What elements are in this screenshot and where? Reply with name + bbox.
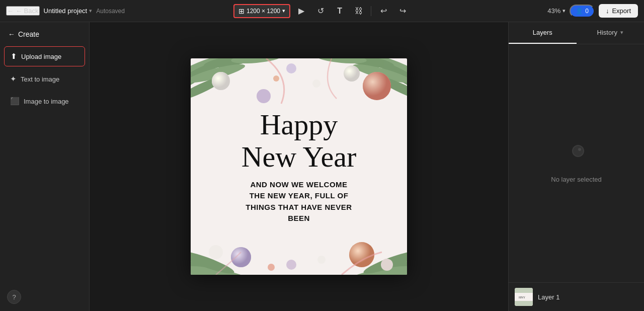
rotate-icon: ↺	[317, 6, 324, 16]
svg-rect-41	[515, 288, 533, 293]
zoom-level: 43%	[547, 7, 560, 15]
text-tool-button[interactable]: T	[332, 3, 348, 19]
link-tool-button[interactable]: ⛓	[351, 3, 367, 19]
history-tab-label: History	[597, 29, 617, 36]
no-layer-icon	[564, 144, 588, 171]
undo-icon: ↩	[380, 6, 387, 16]
right-sidebar: Layers History ▾ No layer selected	[508, 22, 644, 311]
svg-point-20	[312, 80, 320, 88]
sidebar-item-image-to-image[interactable]: ⬛ Image to image	[4, 92, 85, 111]
select-icon: ▶	[298, 6, 304, 16]
svg-point-33	[286, 260, 296, 270]
collab-button[interactable]: 👤 0	[570, 5, 595, 18]
project-name[interactable]: Untitled project ▾	[44, 7, 93, 15]
svg-point-15	[212, 72, 230, 90]
canvas-size-chevron-icon: ▾	[282, 8, 285, 14]
create-back-icon: ←	[8, 30, 15, 38]
canvas-icon: ⊞	[238, 7, 245, 15]
no-layer-area: No layer selected	[551, 44, 601, 282]
svg-point-31	[349, 242, 374, 267]
right-sidebar-tabs: Layers History ▾	[509, 22, 644, 44]
project-chevron-icon: ▾	[89, 8, 92, 14]
topbar: ← ← Back Untitled project ▾ Autosaved ⊞ …	[0, 0, 644, 22]
upload-image-label: Upload image	[21, 53, 61, 60]
svg-point-38	[573, 146, 583, 156]
zoom-chevron-icon: ▾	[562, 8, 566, 14]
svg-point-19	[286, 63, 296, 73]
canvas-text-area: HappyNew Year And now we welcome the new…	[202, 109, 396, 224]
export-label: Export	[612, 7, 631, 15]
upload-icon: ⬆	[11, 52, 17, 61]
canvas-wrapper: HappyNew Year And now we welcome the new…	[191, 58, 407, 275]
text-to-image-label: Text to image	[21, 75, 59, 83]
layer-thumb-inner: HNY	[515, 288, 533, 306]
help-icon: ?	[12, 293, 16, 301]
canvas-size-label: 1200 × 1200	[247, 8, 280, 15]
sidebar-item-upload-image[interactable]: ⬆ Upload image	[4, 46, 85, 66]
collab-count: 0	[585, 8, 589, 15]
svg-point-39	[578, 148, 581, 151]
subtitle-text: And now we welcome the new year, full of…	[202, 179, 396, 224]
layer-name: Layer 1	[538, 293, 559, 301]
toolbar-divider	[371, 6, 371, 16]
svg-point-18	[344, 65, 360, 82]
layer-item[interactable]: HNY Layer 1	[509, 283, 644, 311]
autosaved-label: Autosaved	[96, 8, 125, 15]
redo-button[interactable]: ↪	[394, 3, 411, 19]
link-icon: ⛓	[355, 7, 363, 16]
sidebar-title: Create	[18, 30, 39, 38]
text-icon: T	[337, 7, 342, 16]
svg-point-29	[231, 247, 251, 267]
text-to-image-icon: ✦	[10, 74, 17, 84]
canvas-size-button[interactable]: ⊞ 1200 × 1200 ▾	[233, 4, 290, 18]
svg-point-32	[209, 245, 223, 259]
history-chevron-icon: ▾	[620, 29, 623, 36]
export-button[interactable]: ↓ Export	[599, 4, 638, 18]
svg-point-36	[381, 259, 393, 271]
svg-point-13	[363, 72, 391, 100]
select-tool-button[interactable]: ▶	[293, 3, 309, 19]
svg-rect-42	[515, 301, 533, 306]
layers-content: No layer selected HNY Layer 1	[509, 44, 644, 311]
tab-layers[interactable]: Layers	[509, 22, 577, 44]
sidebar-header: ← Create	[4, 28, 85, 43]
undo-button[interactable]: ↩	[375, 3, 391, 19]
help-button[interactable]: ?	[7, 290, 21, 304]
topbar-center: ⊞ 1200 × 1200 ▾ ▶ ↺ T ⛓ ↩ ↪	[233, 3, 411, 19]
no-layer-text: No layer selected	[551, 176, 601, 183]
svg-point-21	[273, 75, 279, 82]
svg-point-35	[268, 264, 275, 271]
svg-text:HNY: HNY	[519, 296, 526, 299]
layers-tab-label: Layers	[533, 29, 552, 36]
sidebar-item-text-to-image[interactable]: ✦ Text to image	[4, 69, 85, 89]
canvas-content: HappyNew Year And now we welcome the new…	[191, 58, 407, 275]
canvas-area: HappyNew Year And now we welcome the new…	[90, 22, 508, 311]
back-arrow-icon: ←	[7, 7, 14, 15]
export-arrow-icon: ↓	[606, 7, 609, 15]
back-label: ← Back	[16, 7, 39, 15]
happy-new-year-text: HappyNew Year	[202, 109, 396, 173]
rotate-tool-button[interactable]: ↺	[312, 3, 329, 19]
image-to-image-icon: ⬛	[10, 97, 20, 106]
collab-icon: 👤	[576, 8, 583, 15]
back-button[interactable]: ← ← Back	[6, 6, 40, 16]
svg-point-16	[257, 89, 271, 103]
svg-point-34	[317, 256, 326, 264]
tab-history[interactable]: History ▾	[577, 22, 645, 44]
main-area: ← Create ⬆ Upload image ✦ Text to image …	[0, 22, 644, 311]
layer-thumbnail: HNY	[515, 288, 533, 306]
zoom-button[interactable]: 43% ▾	[547, 7, 566, 15]
redo-icon: ↪	[399, 6, 406, 16]
image-to-image-label: Image to image	[24, 98, 69, 105]
project-title: Untitled project	[44, 7, 88, 15]
left-sidebar: ← Create ⬆ Upload image ✦ Text to image …	[0, 22, 90, 311]
